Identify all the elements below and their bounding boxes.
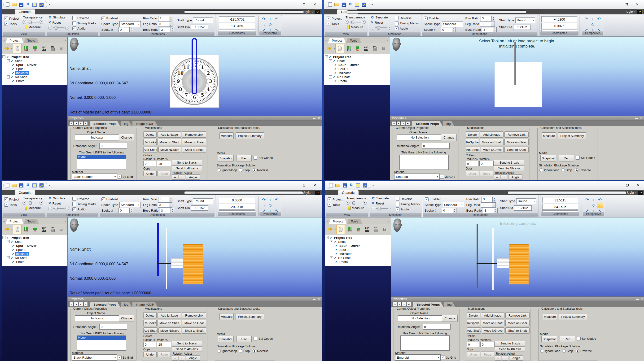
clipped-icon[interactable]: [57, 225, 65, 234]
spoke-count-spinner[interactable]: 0▴▾: [441, 27, 456, 32]
help-button[interactable]: ?: [315, 9, 320, 14]
tree-row-indicator[interactable]: ✔ Indicator: [326, 252, 390, 256]
tabbar-scrollbar[interactable]: [508, 191, 626, 194]
minus-button[interactable]: −: [48, 26, 52, 29]
slider-thumb[interactable]: [352, 20, 354, 24]
redo-button[interactable]: Redo: [158, 171, 171, 176]
style-menu[interactable]: Style ˅: [626, 9, 636, 14]
change-button[interactable]: Change: [119, 315, 134, 322]
collar[interactable]: [497, 258, 510, 268]
tree-checkmark-icon[interactable]: ✔: [12, 71, 14, 75]
secondary-shaft-rod[interactable]: [492, 228, 494, 290]
pin-icon[interactable]: ▬: [635, 117, 638, 120]
shaft-to-shaft-button[interactable]: Shaft to Shaft: [506, 328, 530, 334]
export-save-icon[interactable]: [362, 2, 366, 6]
plus-button[interactable]: +: [65, 26, 69, 29]
material-select[interactable]: Black Rubber▾: [72, 355, 117, 361]
tab-project[interactable]: Project: [6, 219, 23, 224]
remove-link-button[interactable]: Remove Link: [506, 312, 530, 319]
plus-button[interactable]: +: [388, 207, 392, 210]
tree-row-indicator[interactable]: ✔ Indicator: [2, 252, 67, 256]
tree-row-no-shaft[interactable]: - ✔ No Shaft: [2, 256, 67, 260]
link-list-item[interactable]: None: [77, 155, 126, 159]
persp-right-icon[interactable]: →: [584, 203, 590, 208]
gear-links-listbox[interactable]: [400, 155, 449, 170]
spoke-type-select[interactable]: Standard▾: [442, 21, 463, 27]
change-button[interactable]: Change: [441, 134, 457, 141]
rec-button[interactable]: Rec: [560, 336, 575, 342]
gearotic-tab[interactable]: Gearotic: [15, 190, 35, 195]
tree-expander[interactable]: -: [2, 236, 6, 239]
minus-button[interactable]: −: [346, 201, 350, 205]
rotational-angle-field[interactable]: 0: [422, 143, 450, 149]
snapshot-button[interactable]: Snapshot: [541, 336, 557, 342]
pin-icon[interactable]: ▬: [636, 297, 639, 301]
tab-next-button[interactable]: ▸: [401, 121, 405, 125]
undo-button[interactable]: Undo: [466, 352, 480, 357]
shaft-to-shaft-button[interactable]: Shaft to Shaft: [504, 147, 528, 153]
rim-ratio-spinner[interactable]: 3▴▾: [158, 197, 173, 202]
send-to-4th-axis-button[interactable]: Send to 4th axis: [172, 165, 202, 171]
close-panel-icon[interactable]: ✕: [641, 297, 643, 301]
tree-checkmark-icon[interactable]: ✔: [6, 236, 9, 240]
tree-expander[interactable]: -: [326, 236, 329, 239]
cnc-icon[interactable]: CNC: [346, 225, 354, 234]
chevron-down-icon[interactable]: ▾: [11, 47, 12, 50]
mouse-select-icon[interactable]: [336, 225, 345, 234]
gearotic-tab[interactable]: Gearotic: [338, 190, 358, 195]
measure-button[interactable]: Measure: [543, 313, 557, 320]
rotate-plus-button[interactable]: +: [178, 174, 185, 180]
fourth-axis-icon[interactable]: 4th: [354, 225, 362, 234]
project-summary-button[interactable]: Project Summary: [236, 313, 264, 320]
tab-prev-button[interactable]: ◂: [74, 302, 78, 306]
tree-checkmark-icon[interactable]: ✔: [11, 240, 13, 244]
style-menu[interactable]: Style ˅: [303, 9, 313, 14]
reverse-checkbox[interactable]: Reverse: [72, 197, 96, 201]
collar-radius-field[interactable]: 0: [143, 161, 156, 166]
measure-button[interactable]: Measure: [542, 132, 556, 139]
tab-selected-props[interactable]: Selected Props: [412, 121, 442, 126]
reverse-radio[interactable]: Reverse: [252, 168, 268, 172]
coordinate-x-field[interactable]: 31.5115: [542, 197, 578, 203]
new-document-icon[interactable]: [6, 183, 10, 187]
dxf-icon[interactable]: DXF: [363, 225, 371, 234]
tree-checkmark-icon[interactable]: ✔: [12, 260, 14, 264]
persp-reset-face-icon[interactable]: ☺: [267, 203, 274, 208]
tree-expander[interactable]: -: [6, 59, 10, 62]
settings-gear-icon[interactable]: [26, 2, 30, 7]
enabled-checkbox[interactable]: Enabled: [102, 197, 118, 201]
spinner-arrows[interactable]: ▴▾: [492, 16, 495, 21]
minimize-button[interactable]: —: [288, 1, 298, 8]
coordinate-y-field[interactable]: 20.8716: [219, 204, 255, 210]
tree-expander[interactable]: -: [6, 240, 10, 243]
export-save-icon[interactable]: [40, 2, 44, 6]
save-icon[interactable]: [343, 183, 347, 187]
spoke-type-select[interactable]: Standard▾: [120, 21, 141, 27]
tree-row-spur-driver[interactable]: ✔ Spur -- Driver: [2, 244, 67, 248]
collar-radius-field[interactable]: 0: [143, 342, 156, 347]
stop-radio[interactable]: Stop: [561, 168, 572, 172]
persp-curl-right-icon[interactable]: ↷: [584, 197, 590, 203]
tab-last-button[interactable]: ▸|: [406, 121, 410, 125]
collar-radius-field[interactable]: 0: [466, 161, 478, 166]
remove-link-button[interactable]: Remove Link: [504, 131, 528, 138]
tab-last-button[interactable]: ▸|: [84, 302, 88, 306]
tree-row-project-tree[interactable]: - ✔ Project Tree: [325, 55, 389, 59]
gear-pair-icon[interactable]: [2, 44, 11, 53]
shaft-to-shaft-button[interactable]: Shaft to Shaft: [182, 147, 206, 153]
sel-codec-checkbox[interactable]: Sel Codec: [577, 337, 596, 341]
add-shaft-button[interactable]: Add Shaft: [466, 147, 480, 153]
enabled-checkbox[interactable]: Enabled: [425, 197, 442, 201]
tree-row-no-shaft[interactable]: - ✔ No Shaft: [325, 75, 389, 79]
spinner-arrows[interactable]: ▴▾: [130, 27, 133, 32]
reset-button[interactable]: ✕Reset: [48, 20, 69, 24]
tree-checkmark-icon[interactable]: ✔: [334, 240, 336, 244]
tree-row-spur-driver[interactable]: ✔ Spur -- Driver: [326, 244, 390, 248]
spinner-arrows[interactable]: ▴▾: [452, 27, 456, 32]
tree-row-photo[interactable]: ✔ Photo: [2, 260, 67, 264]
ignore-loop-radio[interactable]: Ignore/loop: [217, 349, 237, 353]
rec-button[interactable]: Rec: [236, 155, 252, 161]
leg-ratio-spinner[interactable]: 3▴▾: [158, 21, 172, 27]
reverse-radio[interactable]: Reverse: [252, 349, 268, 353]
persp-curl-right-icon[interactable]: ↷: [261, 16, 267, 22]
